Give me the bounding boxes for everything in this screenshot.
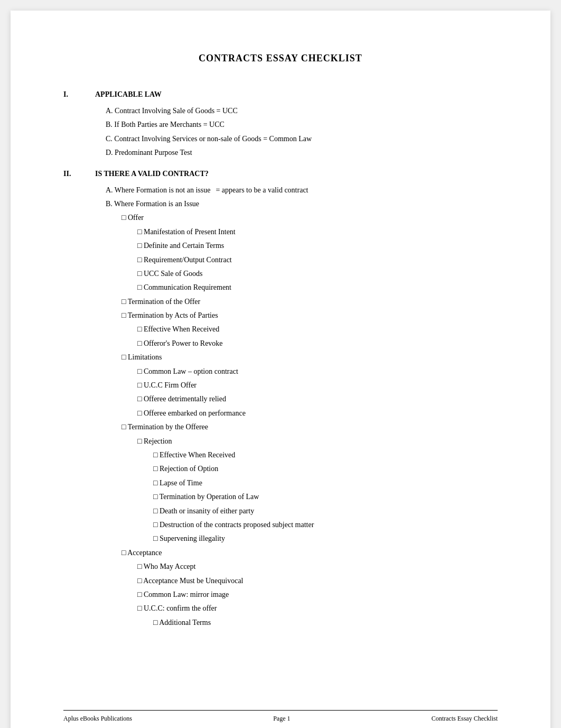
page: CONTRACTS ESSAY CHECKLIST I. APPLICABLE … [11, 11, 550, 728]
section-II-num: II. [63, 170, 79, 178]
list-item: □ Requirement/Output Contract [137, 254, 498, 266]
list-item: A. Contract Involving Sale of Goods = UC… [106, 105, 498, 117]
item-a-note: = appears to be a valid contract [216, 185, 308, 196]
list-item: □ Destruction of the contracts proposed … [153, 519, 498, 531]
list-item: □ Common Law: mirror image [137, 589, 498, 601]
page-title: CONTRACTS ESSAY CHECKLIST [63, 53, 498, 64]
termination-offeree-item: □ Termination by the Offeree [121, 421, 498, 433]
section-I: I. APPLICABLE LAW A. Contract Involving … [63, 90, 498, 159]
item-b-label: B. Where Formation is an Issue [106, 198, 498, 210]
acceptance-item: □ Acceptance [121, 547, 498, 559]
list-item: □ U.C.C: confirm the offer [137, 603, 498, 614]
list-item: □ Acceptance Must be Unequivocal [137, 575, 498, 587]
list-item: □ Rejection of Option [153, 463, 498, 475]
list-item: B. If Both Parties are Merchants = UCC [106, 119, 498, 131]
page-footer: Aplus eBooks Publications Page 1 Contrac… [63, 710, 498, 723]
section-I-header: I. APPLICABLE LAW [63, 90, 498, 99]
section-I-heading: APPLICABLE LAW [95, 90, 162, 99]
list-item: □ U.C.C Firm Offer [137, 380, 498, 391]
list-item: □ Effective When Received [153, 449, 498, 461]
item-a-row: A. Where Formation is not an issue = app… [106, 185, 498, 196]
list-item: □ Who May Accept [137, 561, 498, 573]
section-II-heading: IS THERE A VALID CONTRACT? [95, 170, 209, 178]
footer-left: Aplus eBooks Publications [63, 715, 132, 723]
list-item: □ Death or insanity of either party [153, 505, 498, 517]
limitations-item: □ Limitations [121, 352, 498, 363]
termination-offer-item: □ Termination of the Offer [121, 296, 498, 308]
list-item: □ Communication Requirement [137, 282, 498, 293]
list-item: □ Effective When Received [137, 324, 498, 335]
list-item: □ Manifestation of Present Intent [137, 226, 498, 238]
offer-item: □ Offer [121, 212, 498, 224]
item-a-label: A. Where Formation is not an issue [106, 185, 210, 196]
termination-acts-item: □ Termination by Acts of Parties [121, 310, 498, 321]
footer-center: Page 1 [273, 715, 290, 723]
section-II: II. IS THERE A VALID CONTRACT? A. Where … [63, 170, 498, 629]
list-item: □ Definite and Certain Terms [137, 240, 498, 252]
footer-right: Contracts Essay Checklist [432, 715, 498, 723]
list-item: □ Common Law – option contract [137, 366, 498, 377]
additional-terms-item: □ Additional Terms [153, 617, 498, 629]
list-item: □ Termination by Operation of Law [153, 491, 498, 503]
list-item: □ Supervening illegality [153, 533, 498, 545]
list-item: □ Lapse of Time [153, 477, 498, 489]
list-item: □ Offeror's Power to Revoke [137, 338, 498, 349]
list-item: C. Contract Involving Services or non-sa… [106, 133, 498, 145]
section-I-content: A. Contract Involving Sale of Goods = UC… [106, 105, 498, 159]
rejection-item: □ Rejection [137, 436, 498, 447]
section-II-content: A. Where Formation is not an issue = app… [106, 185, 498, 629]
list-item: D. Predominant Purpose Test [106, 147, 498, 159]
section-I-num: I. [63, 90, 79, 99]
list-item: □ UCC Sale of Goods [137, 268, 498, 280]
section-II-header: II. IS THERE A VALID CONTRACT? [63, 170, 498, 178]
list-item: □ Offeree detrimentally relied [137, 393, 498, 405]
list-item: □ Offeree embarked on performance [137, 408, 498, 419]
